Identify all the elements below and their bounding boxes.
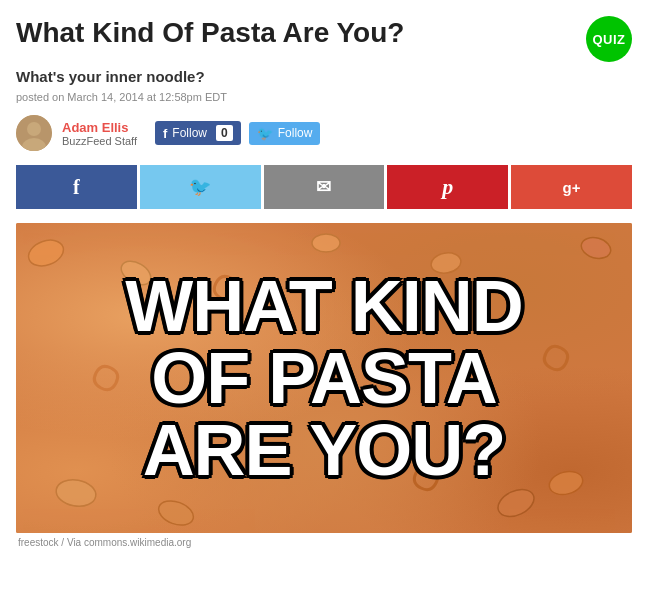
hero-image: WHAT KIND OF PASTA ARE YOU?: [16, 223, 632, 533]
twitter-follow-label: Follow: [278, 126, 313, 140]
facebook-share-icon: f: [73, 176, 80, 199]
author-name[interactable]: Adam Ellis: [62, 120, 137, 135]
subtitle: What's your inner noodle?: [16, 68, 632, 85]
email-share-button[interactable]: ✉: [264, 165, 385, 209]
author-role: BuzzFeed Staff: [62, 135, 137, 147]
gplus-share-icon: g+: [563, 179, 581, 196]
pinterest-share-icon: p: [442, 174, 453, 200]
hero-line-3: ARE YOU?: [125, 414, 523, 486]
facebook-follow-button[interactable]: f Follow 0: [155, 121, 241, 145]
title-row: What Kind Of Pasta Are You? QUIZ: [16, 16, 632, 62]
page-title: What Kind Of Pasta Are You?: [16, 16, 586, 50]
facebook-follow-label: Follow: [172, 126, 207, 140]
share-bar: f 🐦 ✉ p g+: [16, 165, 632, 209]
facebook-icon: f: [163, 126, 167, 141]
image-credit: freestock / Via commons.wikimedia.org: [16, 537, 632, 548]
posted-info: posted on March 14, 2014 at 12:58pm EDT: [16, 91, 632, 103]
twitter-icon: 🐦: [257, 126, 273, 141]
hero-line-1: WHAT KIND: [125, 270, 523, 342]
gplus-share-button[interactable]: g+: [511, 165, 632, 209]
avatar: [16, 115, 52, 151]
svg-point-1: [27, 122, 41, 136]
hero-text-overlay: WHAT KIND OF PASTA ARE YOU?: [16, 223, 632, 533]
author-row: Adam Ellis BuzzFeed Staff f Follow 0 🐦 F…: [16, 115, 632, 151]
twitter-share-icon: 🐦: [189, 176, 211, 198]
hero-line-2: OF PASTA: [125, 342, 523, 414]
twitter-follow-button[interactable]: 🐦 Follow: [249, 122, 321, 145]
pinterest-share-button[interactable]: p: [387, 165, 508, 209]
twitter-share-button[interactable]: 🐦: [140, 165, 261, 209]
author-info: Adam Ellis BuzzFeed Staff: [62, 120, 137, 147]
quiz-badge: QUIZ: [586, 16, 632, 62]
facebook-share-button[interactable]: f: [16, 165, 137, 209]
facebook-follow-count: 0: [216, 125, 233, 141]
hero-text-content: WHAT KIND OF PASTA ARE YOU?: [125, 270, 523, 486]
follow-buttons: f Follow 0 🐦 Follow: [155, 121, 320, 145]
email-share-icon: ✉: [316, 176, 331, 198]
